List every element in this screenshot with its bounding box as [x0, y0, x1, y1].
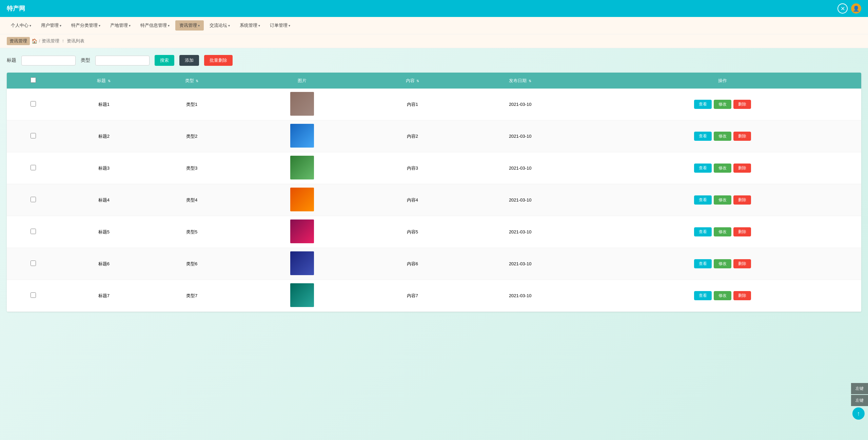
row-title: 标题6 [60, 248, 148, 280]
type-search-input[interactable] [95, 56, 150, 65]
delete-button[interactable]: 删除 [733, 291, 751, 300]
row-checkbox[interactable] [31, 292, 36, 298]
breadcrumb-news: 资讯管理 [42, 38, 59, 44]
row-date: 2021-03-10 [456, 89, 584, 120]
table-body: 标题1 类型1 内容1 2021-03-10 查看 修改 删除 标题2 类型2 [7, 89, 861, 312]
row-image [236, 216, 368, 248]
nav-item-orders[interactable]: 订单管理 ▾ [266, 20, 294, 31]
header-icons: ✕ 👤 [837, 3, 861, 14]
nav-item-forum[interactable]: 交流论坛 ▾ [205, 20, 234, 31]
left-key-button-2[interactable]: 左键 [851, 395, 868, 406]
row-image [236, 248, 368, 280]
view-button[interactable]: 查看 [694, 227, 712, 236]
row-actions: 查看 修改 删除 [584, 120, 861, 152]
header-image: 图片 [236, 73, 368, 89]
sort-icon: ⇅ [108, 79, 111, 83]
search-button[interactable]: 搜索 [155, 55, 174, 66]
chevron-down-icon: ▾ [198, 24, 200, 27]
nav-item-specialty-info[interactable]: 特产信息管理 ▾ [136, 20, 174, 31]
row-content: 内容7 [369, 280, 456, 312]
row-date: 2021-03-10 [456, 152, 584, 184]
row-checkbox[interactable] [31, 261, 36, 266]
row-content: 内容6 [369, 248, 456, 280]
nav-item-users[interactable]: 用户管理 ▾ [37, 20, 65, 31]
delete-button[interactable]: 删除 [733, 164, 751, 173]
edit-button[interactable]: 修改 [714, 227, 731, 236]
delete-button[interactable]: 删除 [733, 195, 751, 205]
nav-item-category[interactable]: 特产分类管理 ▾ [67, 20, 104, 31]
app-title: 特产网 [7, 4, 25, 13]
row-checkbox[interactable] [31, 197, 36, 202]
header: 特产网 ✕ 👤 [0, 0, 868, 17]
edit-button[interactable]: 修改 [714, 100, 731, 109]
view-button[interactable]: 查看 [694, 291, 712, 300]
close-button[interactable]: ✕ [837, 3, 848, 14]
breadcrumb-bar: 资讯管理 🏠 / 资讯管理 ！ 资讯列表 [0, 34, 868, 48]
nav-item-personal[interactable]: 个人中心 ▾ [7, 20, 35, 31]
delete-button[interactable]: 删除 [733, 227, 751, 236]
row-title: 标题5 [60, 216, 148, 248]
view-button[interactable]: 查看 [694, 195, 712, 205]
sort-icon: ⇅ [529, 79, 531, 83]
header-actions: 操作 [584, 73, 861, 89]
table-row: 标题7 类型7 内容7 2021-03-10 查看 修改 删除 [7, 280, 861, 312]
delete-button[interactable]: 删除 [733, 259, 751, 268]
right-sidebar: 左键 左键 [851, 383, 868, 406]
nav-item-origin[interactable]: 产地管理 ▾ [106, 20, 135, 31]
row-checkbox-cell [7, 89, 60, 120]
chevron-down-icon: ▾ [228, 24, 230, 27]
row-image [236, 120, 368, 152]
edit-button[interactable]: 修改 [714, 132, 731, 141]
view-button[interactable]: 查看 [694, 259, 712, 268]
home-icon: 🏠 [32, 38, 37, 44]
product-image [290, 124, 314, 148]
left-key-button-1[interactable]: 左键 [851, 383, 868, 394]
breadcrumb-news-list: 资讯列表 [67, 38, 84, 44]
add-button[interactable]: 添加 [179, 55, 199, 66]
view-button[interactable]: 查看 [694, 164, 712, 173]
batch-delete-button[interactable]: 批量删除 [204, 55, 233, 66]
product-image [290, 251, 314, 275]
view-button[interactable]: 查看 [694, 132, 712, 141]
header-type: 类型 ⇅ [148, 73, 236, 89]
title-search-input[interactable] [21, 56, 76, 65]
row-checkbox-cell [7, 216, 60, 248]
row-image [236, 280, 368, 312]
row-content: 内容1 [369, 89, 456, 120]
header-checkbox-col [7, 73, 60, 89]
breadcrumb-sep-2: ！ [61, 38, 65, 44]
row-checkbox[interactable] [31, 165, 36, 170]
chevron-down-icon: ▾ [29, 24, 31, 27]
row-checkbox-cell [7, 120, 60, 152]
nav-item-system[interactable]: 系统管理 ▾ [236, 20, 264, 31]
row-title: 标题7 [60, 280, 148, 312]
table-row: 标题6 类型6 内容6 2021-03-10 查看 修改 删除 [7, 248, 861, 280]
nav-item-news[interactable]: 资讯管理 ▾ [175, 20, 204, 31]
row-title: 标题3 [60, 152, 148, 184]
select-all-checkbox[interactable] [31, 77, 36, 83]
row-image [236, 89, 368, 120]
table-row: 标题4 类型4 内容4 2021-03-10 查看 修改 删除 [7, 184, 861, 216]
row-checkbox[interactable] [31, 101, 36, 107]
edit-button[interactable]: 修改 [714, 259, 731, 268]
edit-button[interactable]: 修改 [714, 291, 731, 300]
row-checkbox[interactable] [31, 229, 36, 234]
row-checkbox[interactable] [31, 133, 36, 138]
delete-button[interactable]: 删除 [733, 132, 751, 141]
view-button[interactable]: 查看 [694, 100, 712, 109]
row-checkbox-cell [7, 152, 60, 184]
chevron-down-icon: ▾ [289, 24, 290, 27]
row-image [236, 152, 368, 184]
edit-button[interactable]: 修改 [714, 164, 731, 173]
row-title: 标题4 [60, 184, 148, 216]
edit-button[interactable]: 修改 [714, 195, 731, 205]
row-content: 内容4 [369, 184, 456, 216]
row-type: 类型1 [148, 89, 236, 120]
nav-bar: 个人中心 ▾ 用户管理 ▾ 特产分类管理 ▾ 产地管理 ▾ 特产信息管理 ▾ 资… [0, 17, 868, 34]
scroll-top-button[interactable]: ↑ [852, 407, 865, 420]
row-actions: 查看 修改 删除 [584, 216, 861, 248]
row-actions: 查看 修改 删除 [584, 280, 861, 312]
chevron-down-icon: ▾ [168, 24, 170, 27]
delete-button[interactable]: 删除 [733, 100, 751, 109]
user-button[interactable]: 👤 [851, 3, 861, 14]
